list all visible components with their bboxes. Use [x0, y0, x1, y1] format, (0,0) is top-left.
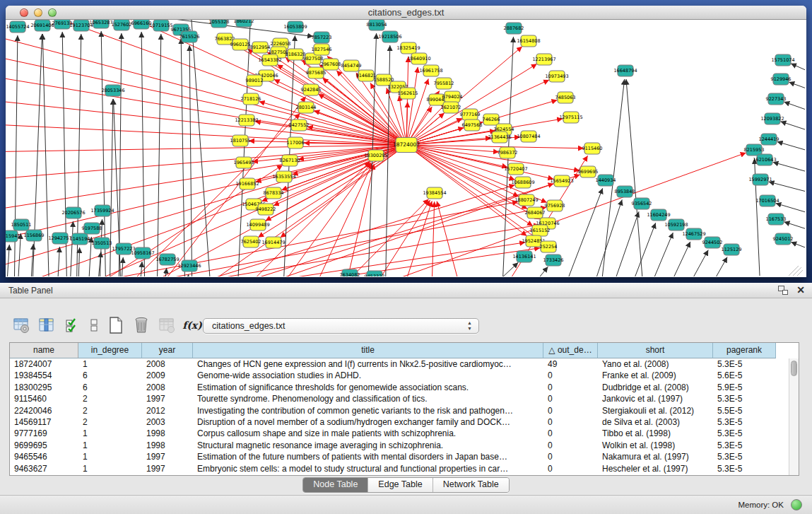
graph-node[interactable]: 1850511 [11, 219, 32, 230]
table-row[interactable]: 911546021997Tourette syndrome. Phenomeno… [10, 393, 789, 404]
table-cell[interactable]: 5.3E-5 [713, 451, 776, 462]
graph-node[interactable]: 1055328 [209, 20, 230, 28]
table-cell[interactable]: Jankovic et al. (1997) [598, 393, 713, 404]
table-cell[interactable]: Nakamura et al. (1997) [598, 451, 713, 462]
table-cell[interactable]: Stergiakouli et al. (2012) [598, 405, 713, 416]
graph-node[interactable]: 18724007 [393, 138, 420, 153]
table-row[interactable]: 1872400712008Changes of HCN gene express… [10, 358, 789, 370]
table-cell[interactable]: 2009 [142, 370, 193, 381]
table-row[interactable]: 946554611997Estimation of the future num… [10, 451, 789, 462]
graph-node[interactable]: 9227343 [766, 93, 787, 105]
graph-node[interactable]: 3915941 [6, 230, 20, 242]
graph-node[interactable]: 9777169 [460, 109, 481, 120]
graph-node[interactable]: 9356542 [632, 198, 652, 209]
delete-table-icon[interactable] [133, 317, 150, 334]
table-cell[interactable]: 2003 [142, 416, 193, 428]
table-cell[interactable]: 6 [78, 382, 142, 393]
table-cell[interactable]: 1 [78, 451, 142, 462]
graph-node[interactable]: 9115460 [582, 143, 603, 154]
table-cell[interactable]: 9777169 [10, 428, 78, 439]
graph-node[interactable]: 16961758 [419, 65, 442, 76]
graph-node[interactable]: 17016504 [755, 195, 779, 206]
table-cell[interactable]: 49 [543, 358, 598, 370]
table-cell[interactable]: 5.3E-5 [713, 440, 776, 451]
table-cell[interactable]: 5.6E-5 [713, 370, 776, 381]
table-cell[interactable]: 9699695 [10, 440, 78, 451]
graph-node[interactable]: 8813054 [367, 20, 387, 30]
table-cell[interactable]: 1998 [142, 440, 193, 451]
graph-node[interactable]: 20691406 [30, 20, 54, 31]
table-cell[interactable]: Structural magnetic resonance image aver… [193, 440, 543, 451]
tab-network-table[interactable]: Network Table [433, 478, 509, 492]
table-row[interactable]: 1456911722003Disruption of a novel membe… [10, 416, 789, 428]
graph-node[interactable]: 7857223 [312, 32, 332, 43]
graph-node[interactable]: 7955812 [434, 78, 454, 89]
table-cell[interactable]: de Silva et al. (2003) [598, 416, 713, 428]
graph-node[interactable]: 11604249 [647, 209, 670, 221]
graph-node[interactable]: 18640910 [407, 53, 430, 64]
table-cell[interactable]: Disruption of a novel member of a sodium… [193, 416, 543, 428]
table-cell[interactable]: Corpus callosum shape and size in male p… [193, 428, 543, 439]
graph-node[interactable]: 19218506 [378, 31, 401, 42]
table-row[interactable]: 1938455462009Genome-wide association stu… [10, 370, 789, 381]
table-cell[interactable]: 5.3E-5 [713, 428, 776, 439]
graph-node[interactable]: 12467529 [682, 228, 705, 240]
table-cell[interactable]: Dudbridge et al. (2008) [598, 382, 713, 393]
graph-node[interactable]: 2803144 [296, 102, 317, 113]
table-source-select[interactable]: citations_edges.txt ▲▼ [203, 318, 479, 334]
table-cell[interactable]: 2008 [142, 382, 193, 393]
graph-node[interactable]: 10807484 [517, 131, 540, 142]
column-header-1[interactable]: in_degree [78, 343, 142, 358]
tab-node-table[interactable]: Node Table [303, 478, 368, 492]
table-cell[interactable]: 14569117 [10, 416, 78, 428]
graph-node[interactable]: 1156869 [24, 230, 45, 241]
graph-node[interactable]: 7485063 [555, 92, 576, 103]
graph-node[interactable]: 6794024 [442, 91, 463, 103]
graph-node[interactable]: 7615526 [180, 31, 200, 42]
function-builder-icon[interactable]: f(x) [184, 317, 201, 334]
graph-node[interactable]: 16648794 [613, 65, 637, 76]
graph-node[interactable]: 1621072 [441, 102, 461, 113]
table-cell[interactable]: 2 [78, 416, 142, 428]
table-cell[interactable]: 9463627 [10, 463, 78, 474]
table-cell[interactable]: 5.3E-5 [713, 393, 776, 404]
table-cell[interactable]: Investigating the contribution of common… [193, 405, 543, 416]
table-cell[interactable]: 2012 [142, 405, 193, 416]
graph-node[interactable]: 14136141 [512, 251, 536, 262]
table-cell[interactable]: 0 [543, 463, 598, 474]
graph-node[interactable]: 1562615 [398, 88, 418, 99]
table-cell[interactable]: 2 [78, 393, 142, 404]
graph-node[interactable]: 2887682 [504, 23, 524, 34]
graph-node[interactable]: 9242845 [301, 84, 322, 95]
graph-node[interactable]: 8427552 [289, 119, 310, 131]
column-header-5[interactable]: short [598, 343, 713, 358]
graph-node[interactable]: 1615152 [530, 225, 551, 236]
table-cell[interactable]: 0 [543, 405, 598, 416]
graph-node[interactable]: 12942757 [48, 233, 71, 244]
float-panel-icon[interactable] [778, 286, 788, 295]
column-header-6[interactable]: pagerank [713, 343, 776, 358]
graph-node[interactable]: 9498222 [256, 204, 276, 215]
column-chooser-icon[interactable] [38, 317, 55, 334]
graph-node[interactable]: 6966160 [131, 20, 152, 29]
table-cell[interactable]: 0 [543, 393, 598, 404]
table-cell[interactable]: 1997 [142, 393, 193, 404]
graph-node[interactable]: 989012 [246, 75, 264, 86]
graph-node[interactable]: 14055724 [6, 21, 29, 33]
table-cell[interactable]: 6 [78, 370, 142, 381]
table-cell[interactable]: 0 [543, 428, 598, 439]
graph-node[interactable]: 9245012 [773, 233, 794, 245]
graph-node[interactable]: 8678334 [264, 187, 284, 199]
graph-node[interactable]: 12093822 [760, 113, 784, 124]
graph-node[interactable]: 19384554 [423, 187, 446, 199]
network-canvas[interactable]: 1872400718300295193845547663822996012589… [6, 20, 805, 276]
panel-titlebar[interactable]: Table Panel ✕ [0, 283, 812, 298]
table-cell[interactable]: 1998 [142, 428, 193, 439]
tab-edge-table[interactable]: Edge Table [368, 478, 433, 492]
graph-node[interactable]: 7625402 [241, 236, 261, 247]
table-cell[interactable]: 9115460 [10, 393, 78, 404]
import-table-icon[interactable] [158, 317, 175, 334]
graph-node[interactable]: 8912954 [250, 42, 271, 53]
graph-node[interactable]: 12975115 [559, 112, 582, 123]
table-row[interactable]: 977716911998Corpus callosum shape and si… [10, 428, 789, 439]
